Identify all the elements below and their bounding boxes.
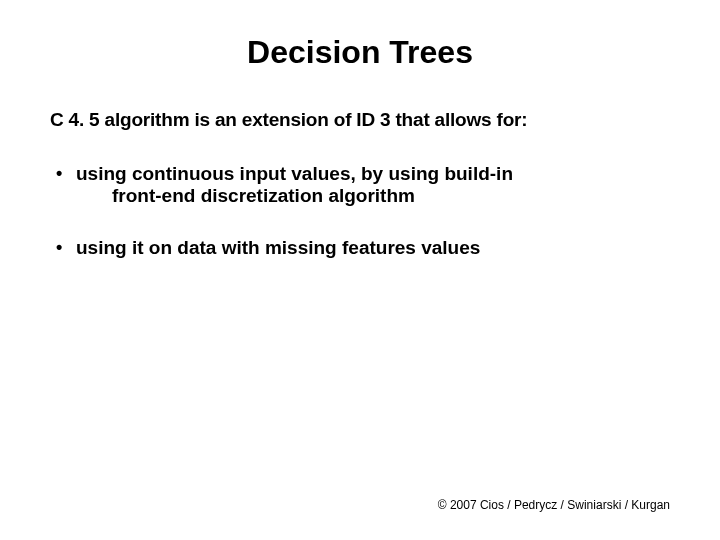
slide-title: Decision Trees — [50, 34, 670, 71]
intro-text: C 4. 5 algorithm is an extension of ID 3… — [50, 109, 670, 131]
list-item: using it on data with missing features v… — [50, 237, 670, 259]
copyright-footer: © 2007 Cios / Pedrycz / Swiniarski / Kur… — [438, 498, 670, 512]
bullet-line1: using continuous input values, by using … — [76, 163, 670, 185]
bullet-list: using continuous input values, by using … — [50, 163, 670, 259]
bullet-line1: using it on data with missing features v… — [76, 237, 670, 259]
bullet-line2: front-end discretization algorithm — [76, 185, 670, 207]
list-item: using continuous input values, by using … — [50, 163, 670, 207]
